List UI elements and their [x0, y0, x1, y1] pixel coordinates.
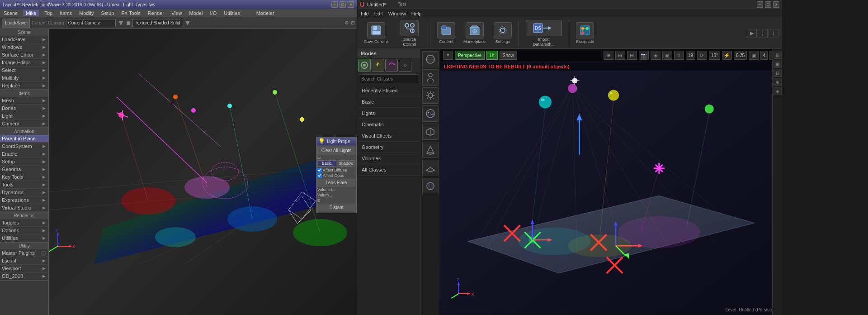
lw-multiply-item[interactable]: Multiply▶: [0, 74, 48, 82]
vp-num-2[interactable]: 10°: [709, 51, 720, 60]
lw-viewport[interactable]: X Y: [49, 29, 357, 315]
vp-icon-7[interactable]: ◊: [674, 51, 684, 60]
lw-mike-tab[interactable]: Mike: [23, 10, 39, 16]
volumes-mode[interactable]: Volumes: [357, 153, 420, 164]
lw-od2018-item[interactable]: OD_2018▶: [0, 272, 48, 280]
lw-enable-item[interactable]: Enable▶: [0, 150, 48, 158]
lights-mode[interactable]: Lights: [357, 108, 420, 119]
vp-icon-5[interactable]: ◈: [651, 51, 660, 60]
lw-coordsystem-item[interactable]: CoordSystem▶: [0, 143, 48, 150]
vp-camera-icon[interactable]: 📷: [639, 51, 649, 60]
affect-opac-checkbox[interactable]: Affect Opac: [317, 173, 355, 178]
lw-camera-dropdown[interactable]: ▼: [118, 19, 125, 27]
basic-mode[interactable]: Basic: [357, 96, 420, 108]
lw-render-tab[interactable]: Render: [146, 10, 166, 16]
blueprints-tool[interactable]: Blueprints: [573, 20, 597, 47]
lw-toggles-item[interactable]: Toggles▶: [0, 219, 48, 227]
lw-options-item[interactable]: Options▶: [0, 227, 48, 234]
mode-select-icon[interactable]: [358, 59, 371, 72]
lw-virtual-studio-item[interactable]: Virtual Studio▶: [0, 204, 48, 212]
right-strip-icon-1[interactable]: ⊞: [774, 51, 782, 59]
ue-edit-menu[interactable]: Edit: [374, 11, 383, 16]
place-cone-icon[interactable]: [422, 142, 439, 158]
lw-camera-toggle[interactable]: ■: [126, 19, 131, 27]
marketplace-tool[interactable]: Marketplace: [460, 20, 489, 47]
lw-modeler-tab[interactable]: Modeler: [255, 10, 276, 16]
right-strip-icon-2[interactable]: ▣: [774, 60, 782, 68]
content-tool[interactable]: Content: [434, 20, 458, 47]
light-prop-title[interactable]: 💡 Light Prope: [316, 137, 356, 145]
lw-shading-dropdown[interactable]: ▼: [184, 19, 191, 27]
lw-surface-editor-item[interactable]: Surface Editor▶: [0, 51, 48, 59]
lw-close-btn[interactable]: ×: [348, 1, 354, 8]
lw-shading-input[interactable]: [132, 19, 182, 27]
lw-expand-icon[interactable]: ⊞: [351, 20, 355, 26]
lw-utilities-tab[interactable]: Utilities: [222, 10, 241, 16]
vp-angle-icon[interactable]: ⟳: [697, 51, 707, 60]
ue-file-menu[interactable]: File: [361, 11, 369, 16]
visual-effects-mode[interactable]: Visual Effects: [357, 130, 420, 142]
vp-transform-icon[interactable]: ⊕: [604, 51, 613, 60]
lw-expressions-item[interactable]: Expressions▶: [0, 196, 48, 204]
lw-parent-in-place-item[interactable]: Parent in Place: [0, 135, 48, 143]
lw-mesh-item[interactable]: Mesh▶: [0, 97, 48, 105]
lw-camera-input[interactable]: [66, 19, 116, 27]
lw-view-tab[interactable]: View: [170, 10, 184, 16]
place-light-icon[interactable]: [422, 87, 439, 104]
lw-items-tab[interactable]: Items: [58, 10, 74, 16]
mode-rotate-icon[interactable]: [385, 59, 398, 72]
lw-camera-item[interactable]: Camera▶: [0, 120, 48, 128]
ue-help-menu[interactable]: Help: [411, 11, 422, 16]
lw-master-plugins-item[interactable]: Master Plugins◯: [0, 249, 48, 257]
ue-window-menu[interactable]: Window: [388, 11, 406, 16]
all-classes-mode[interactable]: All Classes: [357, 164, 420, 176]
lw-loadsave-btn[interactable]: Load/Save: [2, 19, 30, 28]
vp-num-4[interactable]: 4: [760, 51, 768, 60]
affect-diffuse-checkbox[interactable]: Affect Diffuse: [317, 167, 355, 173]
mode-move-icon[interactable]: [372, 59, 384, 72]
vp-snap-icon[interactable]: ⊞: [615, 51, 625, 60]
lw-select-item[interactable]: Select▶: [0, 67, 48, 74]
vp-num-1[interactable]: 19: [686, 51, 695, 60]
lw-scene-tab[interactable]: Scene: [2, 10, 19, 16]
lw-minimize-btn[interactable]: −: [331, 1, 338, 8]
place-person-icon[interactable]: [422, 69, 439, 86]
lw-bones-item[interactable]: Bones▶: [0, 105, 48, 112]
lw-io-tab[interactable]: I/O: [208, 10, 219, 16]
lw-setup-tab[interactable]: Setup: [99, 10, 116, 16]
viewport-options-btn[interactable]: ▼: [443, 51, 453, 60]
shadow-tab[interactable]: Shadow: [337, 160, 356, 167]
ue-close-btn[interactable]: ×: [773, 1, 779, 8]
lw-setup-item[interactable]: Setup▶: [0, 158, 48, 166]
lw-image-editor-item[interactable]: Image Editor▶: [0, 59, 48, 67]
vp-speed-icon[interactable]: ⚡: [722, 51, 732, 60]
lw-loadsave-item[interactable]: Load/Save▶: [0, 36, 48, 43]
geometry-mode[interactable]: Geometry: [357, 142, 420, 153]
toolbar-icon-2[interactable]: ⟩: [758, 29, 768, 38]
lw-dynamics-item[interactable]: Dynamics▶: [0, 189, 48, 196]
lw-utilities-item[interactable]: Utilities▶: [0, 234, 48, 242]
right-strip-icon-5[interactable]: ◈: [774, 87, 782, 95]
mode-expand-icon[interactable]: »: [399, 59, 411, 72]
place-box-icon[interactable]: [422, 124, 439, 140]
show-btn[interactable]: Show: [500, 51, 517, 60]
vp-icon-6[interactable]: ◉: [662, 51, 672, 60]
place-plane-icon[interactable]: [422, 160, 439, 176]
ue-minimize-btn[interactable]: −: [757, 1, 763, 8]
lw-windows-item[interactable]: Windows▶: [0, 43, 48, 51]
lens-flare-btn[interactable]: Lens Flare: [317, 179, 355, 186]
toolbar-icon-3[interactable]: ⟩: [769, 29, 778, 38]
ue-restore-btn[interactable]: □: [765, 1, 771, 8]
save-current-tool[interactable]: Save Current: [361, 20, 391, 47]
lw-fxtools-tab[interactable]: FX Tools: [119, 10, 142, 16]
settings-tool[interactable]: Settings: [491, 20, 515, 47]
place-sphere2-icon[interactable]: [422, 178, 439, 194]
place-atmo-icon[interactable]: [422, 105, 439, 122]
cinematic-mode[interactable]: Cinematic: [357, 119, 420, 130]
right-strip-icon-4[interactable]: ⊕: [774, 78, 782, 86]
right-strip-icon-3[interactable]: ⊟: [774, 69, 782, 77]
lw-lscript-item[interactable]: Lscript▶: [0, 257, 48, 265]
lw-replace-item[interactable]: Replace▶: [0, 82, 48, 90]
lw-model-tab[interactable]: Model: [188, 10, 205, 16]
distant-btn[interactable]: Distant: [317, 204, 355, 211]
